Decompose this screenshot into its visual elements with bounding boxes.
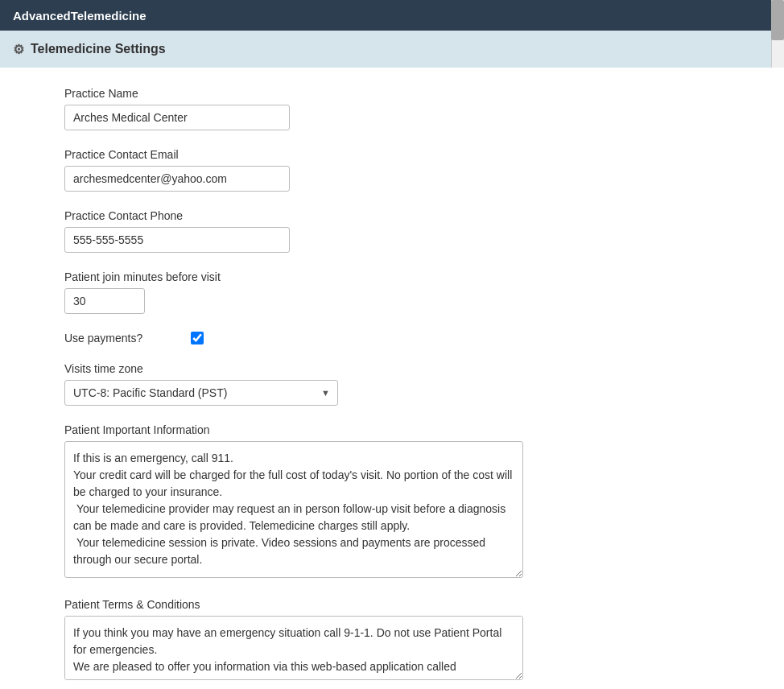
patient-terms-textarea[interactable]: If you think you may have an emergency s… bbox=[64, 616, 523, 680]
use-payments-group: Use payments? bbox=[64, 332, 720, 344]
patient-important-info-textarea[interactable]: If this is an emergency, call 911. Your … bbox=[64, 441, 523, 578]
practice-name-input[interactable] bbox=[64, 105, 290, 130]
use-payments-checkbox[interactable] bbox=[191, 332, 204, 344]
practice-email-input[interactable] bbox=[64, 166, 290, 192]
patient-join-minutes-group: Patient join minutes before visit bbox=[64, 270, 720, 314]
visits-timezone-label: Visits time zone bbox=[64, 362, 720, 375]
patient-important-info-label: Patient Important Information bbox=[64, 423, 720, 436]
app-title: AdvancedTelemedicine bbox=[13, 9, 146, 23]
patient-important-info-group: Patient Important Information If this is… bbox=[64, 423, 720, 580]
timezone-select-wrapper: UTC-8: Pacific Standard (PST) UTC-7: Mou… bbox=[64, 380, 338, 406]
settings-header-bar: ⚙ Telemedicine Settings bbox=[0, 31, 784, 68]
visits-timezone-select[interactable]: UTC-8: Pacific Standard (PST) UTC-7: Mou… bbox=[64, 380, 338, 406]
practice-email-group: Practice Contact Email bbox=[64, 148, 720, 192]
practice-email-label: Practice Contact Email bbox=[64, 148, 720, 161]
patient-terms-label: Patient Terms & Conditions bbox=[64, 598, 720, 611]
patient-terms-group: Patient Terms & Conditions If you think … bbox=[64, 598, 720, 683]
use-payments-label: Use payments? bbox=[64, 332, 142, 344]
main-content: Practice Name Practice Contact Email Pra… bbox=[0, 68, 784, 689]
practice-name-group: Practice Name bbox=[64, 87, 720, 130]
visits-timezone-group: Visits time zone UTC-8: Pacific Standard… bbox=[64, 362, 720, 406]
practice-name-label: Practice Name bbox=[64, 87, 720, 100]
patient-join-minutes-input[interactable] bbox=[64, 288, 145, 314]
settings-title: Telemedicine Settings bbox=[31, 42, 166, 56]
gear-icon: ⚙ bbox=[13, 42, 24, 57]
scrollbar-thumb[interactable] bbox=[771, 0, 784, 40]
practice-phone-label: Practice Contact Phone bbox=[64, 209, 720, 222]
top-nav-bar: AdvancedTelemedicine bbox=[0, 0, 784, 31]
patient-join-minutes-label: Patient join minutes before visit bbox=[64, 270, 720, 283]
practice-phone-input[interactable] bbox=[64, 227, 290, 253]
practice-phone-group: Practice Contact Phone bbox=[64, 209, 720, 253]
